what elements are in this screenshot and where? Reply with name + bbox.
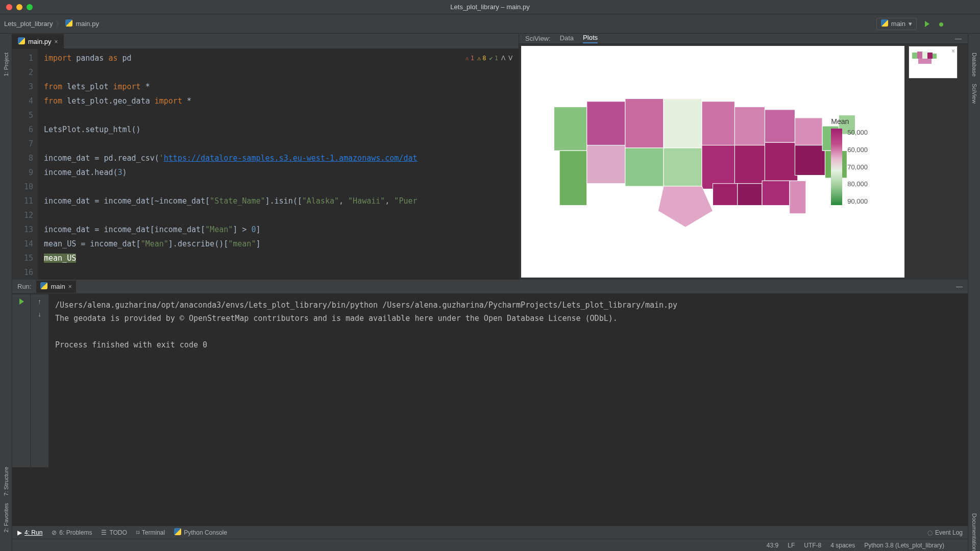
bottom-tool-stripe: ▶ 4: Run ⊘ 6: Problems ☰ TODO ⌑ Terminal… xyxy=(12,525,968,539)
zoom-window-button[interactable] xyxy=(27,4,33,10)
minimize-panel-icon[interactable]: — xyxy=(955,35,962,42)
minimize-panel-icon[interactable]: — xyxy=(956,283,963,290)
run-action-column-1 xyxy=(12,294,31,467)
breadcrumb-file[interactable]: main.py xyxy=(76,20,99,28)
run-config-name: main xyxy=(891,20,905,28)
svg-rect-32 xyxy=(917,52,922,59)
svg-rect-15 xyxy=(702,145,734,189)
svg-rect-14 xyxy=(702,102,734,145)
legend-ticks: 50,000 60,000 70,000 80,000 90,000 xyxy=(847,129,868,205)
svg-rect-6 xyxy=(554,107,586,151)
rerun-button[interactable] xyxy=(17,297,26,306)
svg-rect-34 xyxy=(927,53,933,59)
tool-python-console[interactable]: Python Console xyxy=(174,528,227,537)
run-panel-header: Run: main × — xyxy=(12,280,968,294)
legend-gradient xyxy=(831,129,842,205)
breadcrumb-project[interactable]: Lets_plot_library xyxy=(4,20,53,28)
svg-rect-30 xyxy=(762,181,790,205)
structure-tool-label[interactable]: 7: Structure xyxy=(3,467,9,496)
project-tool-label[interactable]: 1: Project xyxy=(3,53,9,76)
plot-thumbnails: × xyxy=(906,44,968,280)
run-tab[interactable]: main × xyxy=(36,281,76,293)
python-icon xyxy=(40,282,47,291)
minimize-window-button[interactable] xyxy=(16,4,22,10)
python-file-icon xyxy=(18,37,25,46)
debug-button[interactable] xyxy=(937,20,945,28)
window-title: Lets_plot_library – main.py xyxy=(450,3,529,11)
line-numbers: 12345678910111213141516171819 xyxy=(12,49,39,280)
run-button[interactable] xyxy=(923,20,931,28)
editor-pane: main.py × 12345678910111213141516171819 … xyxy=(12,34,519,280)
console-output[interactable]: /Users/alena.guzharina/opt/anaconda3/env… xyxy=(49,294,968,467)
caret-position[interactable]: 43:9 xyxy=(767,542,778,549)
prev-highlight-icon[interactable]: ᐱ xyxy=(501,51,505,65)
tool-todo[interactable]: ☰ TODO xyxy=(101,529,127,536)
svg-point-0 xyxy=(939,22,943,27)
svg-rect-36 xyxy=(918,59,932,64)
down-icon[interactable]: ↓ xyxy=(38,310,41,318)
svg-rect-10 xyxy=(625,98,664,148)
next-highlight-icon[interactable]: ᐯ xyxy=(508,51,512,65)
tool-problems[interactable]: ⊘ 6: Problems xyxy=(52,529,92,536)
close-tab-icon[interactable]: × xyxy=(55,38,58,45)
typo-count[interactable]: ✔ 1 xyxy=(489,51,498,65)
svg-rect-33 xyxy=(922,52,927,59)
sciview-tab-plots[interactable]: Plots xyxy=(583,34,598,43)
run-tab-label: main xyxy=(51,283,65,290)
traffic-lights xyxy=(6,4,33,10)
line-separator[interactable]: LF xyxy=(788,542,795,549)
svg-rect-35 xyxy=(933,54,937,59)
legend-title: Mean xyxy=(831,117,868,126)
indent[interactable]: 4 spaces xyxy=(830,542,855,549)
run-label: Run: xyxy=(17,283,31,290)
code-content[interactable]: import pandas as pd from lets_plot impor… xyxy=(39,49,418,280)
plot-thumbnail-1[interactable]: × xyxy=(909,46,958,79)
plot-canvas[interactable]: Mean 50,000 60,000 70,000 80,000 90,000 xyxy=(521,46,904,278)
tool-event-log[interactable]: ◌ Event Log xyxy=(927,529,963,536)
close-window-button[interactable] xyxy=(6,4,12,10)
legend: Mean 50,000 60,000 70,000 80,000 90,000 xyxy=(831,117,868,205)
svg-rect-17 xyxy=(734,145,765,184)
right-tool-stripe: Database SciView Documentation xyxy=(968,34,980,551)
run-action-column-2: ↑ ↓ xyxy=(31,294,49,467)
sciview-label: SciView: xyxy=(525,35,551,42)
svg-rect-31 xyxy=(912,53,917,59)
warning-count[interactable]: ⚠ 8 xyxy=(477,51,486,65)
sciview-tool-label[interactable]: SciView xyxy=(971,84,977,104)
editor-tab-label: main.py xyxy=(28,38,52,45)
tool-terminal[interactable]: ⌑ Terminal xyxy=(136,529,165,536)
file-encoding[interactable]: UTF-8 xyxy=(804,542,821,549)
interpreter[interactable]: Python 3.8 (Lets_plot_library) xyxy=(864,542,944,549)
svg-rect-11 xyxy=(625,148,664,186)
database-tool-label[interactable]: Database xyxy=(971,53,977,77)
sciview-tab-data[interactable]: Data xyxy=(560,34,574,43)
sciview-header: SciView: Data Plots — xyxy=(519,34,968,44)
breadcrumb-separator: 〉 xyxy=(56,19,62,29)
svg-rect-8 xyxy=(587,102,625,145)
svg-rect-20 xyxy=(795,118,822,145)
error-count[interactable]: ⚠ 1 xyxy=(465,51,474,65)
sciview-panel: SciView: Data Plots — xyxy=(519,34,968,280)
svg-rect-19 xyxy=(765,142,797,181)
favorites-tool-label[interactable]: 2: Favorites xyxy=(3,503,9,532)
tool-run[interactable]: ▶ 4: Run xyxy=(17,529,42,536)
window-titlebar: Lets_plot_library – main.py xyxy=(0,0,980,14)
svg-rect-28 xyxy=(713,184,738,206)
breadcrumb[interactable]: Lets_plot_library 〉 main.py xyxy=(4,19,99,29)
svg-rect-7 xyxy=(559,151,587,205)
code-editor[interactable]: 12345678910111213141516171819 import pan… xyxy=(12,49,519,280)
svg-marker-26 xyxy=(658,186,713,227)
editor-tabs: main.py × xyxy=(12,34,519,49)
documentation-tool-label[interactable]: Documentation xyxy=(971,513,977,551)
main-toolbar: Lets_plot_library 〉 main.py main ▾ xyxy=(0,14,980,34)
left-tool-stripe: 1: Project 7: Structure 2: Favorites xyxy=(0,34,12,551)
close-tab-icon[interactable]: × xyxy=(68,283,72,290)
editor-tab-main[interactable]: main.py × xyxy=(12,34,64,48)
up-icon[interactable]: ↑ xyxy=(38,297,41,305)
svg-rect-13 xyxy=(664,148,702,186)
run-config-selector[interactable]: main ▾ xyxy=(876,18,917,30)
svg-rect-12 xyxy=(664,98,702,148)
svg-rect-21 xyxy=(795,145,825,176)
thumbnail-close-icon[interactable]: × xyxy=(951,47,955,55)
inspection-widget[interactable]: ⚠ 1 ⚠ 8 ✔ 1 ᐱ ᐯ xyxy=(465,51,512,65)
